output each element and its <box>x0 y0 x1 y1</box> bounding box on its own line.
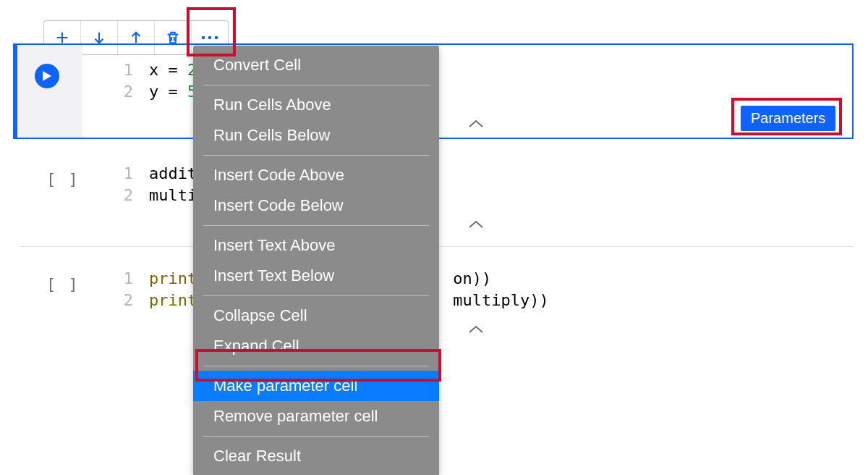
svg-point-0 <box>202 36 205 40</box>
chevron-up-icon[interactable] <box>467 119 485 129</box>
cell-context-menu: Convert Cell Run Cells Above Run Cells B… <box>193 46 439 475</box>
menu-insert-code-above[interactable]: Insert Code Above <box>193 160 439 190</box>
menu-insert-text-above[interactable]: Insert Text Above <box>193 230 439 261</box>
line-number: 1 <box>97 59 149 81</box>
menu-clear-result[interactable]: Clear Result <box>193 441 439 471</box>
line-number: 2 <box>97 290 149 311</box>
line-number: 1 <box>97 268 149 290</box>
menu-separator <box>203 225 429 226</box>
menu-separator <box>203 366 429 366</box>
menu-make-parameter-cell[interactable]: Make parameter cell <box>193 371 439 401</box>
chevron-up-icon[interactable] <box>467 219 485 230</box>
menu-separator <box>203 436 429 437</box>
menu-insert-code-below[interactable]: Insert Code Below <box>193 190 439 221</box>
parameters-tag: Parameters <box>741 106 835 131</box>
menu-collapse-cell[interactable]: Collapse Cell <box>193 300 439 331</box>
line-number: 1 <box>97 163 149 185</box>
menu-expand-cell[interactable]: Expand Cell <box>193 331 439 361</box>
line-number: 2 <box>97 185 149 206</box>
execution-prompt: [ ] <box>46 170 85 188</box>
menu-remove-parameter-cell[interactable]: Remove parameter cell <box>193 401 439 432</box>
chevron-up-icon[interactable] <box>467 324 485 335</box>
execution-prompt-area <box>17 45 82 138</box>
svg-point-2 <box>215 36 218 40</box>
line-number: 2 <box>97 81 149 103</box>
menu-separator <box>203 85 429 85</box>
svg-point-1 <box>208 36 212 40</box>
play-icon <box>42 70 52 82</box>
execution-prompt: [ ] <box>46 275 85 293</box>
run-cell-button[interactable] <box>35 64 59 88</box>
menu-run-cells-below[interactable]: Run Cells Below <box>193 120 439 151</box>
menu-run-cells-above[interactable]: Run Cells Above <box>193 90 439 120</box>
menu-separator <box>203 155 429 156</box>
menu-convert-cell[interactable]: Convert Cell <box>193 50 439 80</box>
menu-insert-text-below[interactable]: Insert Text Below <box>193 261 439 291</box>
menu-separator <box>203 295 429 296</box>
ellipsis-icon <box>200 35 219 41</box>
